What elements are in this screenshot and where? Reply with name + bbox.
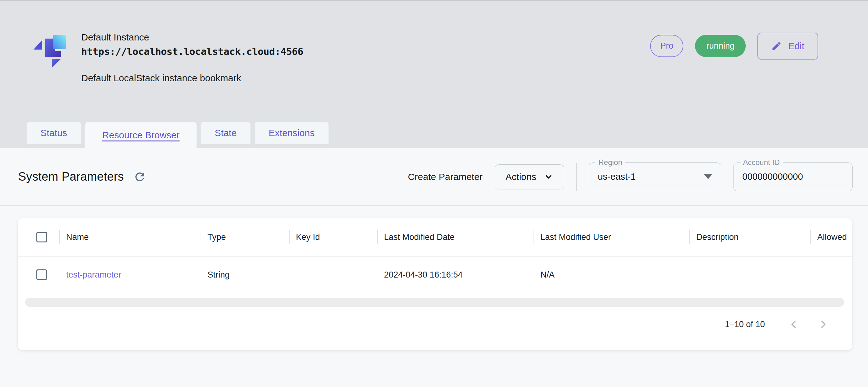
region-label: Region (595, 158, 625, 167)
actions-dropdown-button[interactable]: Actions (495, 164, 564, 189)
refresh-button[interactable] (133, 170, 146, 183)
column-header-description[interactable]: Description (689, 218, 810, 256)
refresh-icon (133, 170, 146, 183)
tab-state[interactable]: State (201, 122, 250, 144)
parameter-key-id-cell (289, 257, 377, 293)
column-header-last-modified-user[interactable]: Last Modified User (533, 218, 689, 256)
parameter-allowed-cell (810, 257, 852, 293)
toolbar-divider (576, 163, 577, 191)
plan-badge: Pro (650, 35, 683, 57)
horizontal-scrollbar-track (25, 298, 844, 307)
row-checkbox[interactable] (36, 269, 47, 280)
status-badge: running (695, 35, 746, 57)
parameter-description-cell (689, 257, 810, 293)
create-parameter-button[interactable]: Create Parameter (408, 172, 483, 182)
account-id-value: 000000000000 (742, 172, 803, 182)
table-row: test-parameter String 2024-04-30 16:16:5… (18, 257, 852, 293)
chevron-down-icon (544, 172, 553, 182)
toolbar-bottom-divider (0, 205, 868, 206)
pencil-icon (771, 41, 782, 52)
table-pagination: 1–10 of 10 (18, 307, 852, 342)
edit-instance-button[interactable]: Edit (757, 33, 818, 60)
column-header-allowed[interactable]: Allowed (810, 218, 852, 256)
account-id-field[interactable]: Account ID 000000000000 (733, 162, 852, 191)
tab-resource-browser[interactable]: Resource Browser (85, 122, 196, 148)
region-value: us-east-1 (598, 172, 636, 182)
parameter-last-modified-user-cell: N/A (533, 257, 689, 293)
column-header-name[interactable]: Name (59, 218, 200, 256)
parameter-last-modified-date-cell: 2024-04-30 16:16:54 (377, 257, 533, 293)
account-id-label: Account ID (740, 158, 783, 167)
chevron-right-icon (818, 319, 829, 330)
resource-browser-panel: System Parameters Create Parameter Actio… (0, 148, 868, 350)
pagination-range-label: 1–10 of 10 (725, 320, 765, 329)
parameter-type-cell: String (200, 257, 289, 293)
select-all-checkbox[interactable] (36, 232, 47, 242)
parameter-name-link[interactable]: test-parameter (59, 257, 200, 293)
page-title: System Parameters (18, 170, 124, 183)
instance-url: https://localhost.localstack.cloud:4566 (81, 46, 303, 57)
tab-status[interactable]: Status (27, 122, 81, 144)
dropdown-caret-icon (704, 174, 712, 179)
resource-toolbar: System Parameters Create Parameter Actio… (0, 148, 868, 205)
parameters-table-card: Name Type Key Id Last Modified Date Last… (18, 218, 852, 350)
localstack-logo-icon (30, 31, 70, 74)
instance-title: Default Instance (81, 31, 303, 43)
instance-header: Default Instance https://localhost.local… (0, 1, 868, 148)
chevron-left-icon (788, 319, 799, 330)
column-header-type[interactable]: Type (200, 218, 289, 256)
column-header-last-modified-date[interactable]: Last Modified Date (377, 218, 533, 256)
tab-extensions[interactable]: Extensions (255, 122, 329, 144)
column-header-key-id[interactable]: Key Id (289, 218, 377, 256)
actions-label: Actions (506, 172, 536, 182)
previous-page-button[interactable] (786, 317, 801, 332)
region-select[interactable]: Region us-east-1 (589, 162, 721, 191)
table-header-row: Name Type Key Id Last Modified Date Last… (18, 218, 852, 256)
horizontal-scrollbar-thumb[interactable] (25, 298, 844, 307)
edit-button-label: Edit (788, 41, 804, 52)
instance-description: Default LocalStack instance bookmark (81, 73, 303, 83)
instance-tabs: Status Resource Browser State Extensions (27, 122, 329, 148)
next-page-button[interactable] (816, 317, 831, 332)
